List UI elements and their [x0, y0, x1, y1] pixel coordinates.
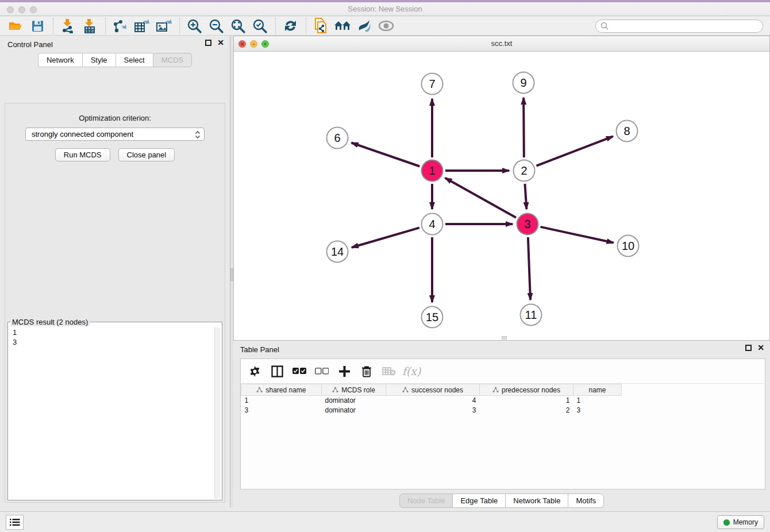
- zoom-in-button[interactable]: [186, 18, 203, 34]
- zoom-selected-button[interactable]: [251, 18, 268, 34]
- table-row[interactable]: 1dominator411: [241, 396, 622, 406]
- table-cell[interactable]: 4: [386, 396, 480, 406]
- float-panel-icon[interactable]: [205, 40, 211, 46]
- zoom-fit-icon: [231, 19, 245, 33]
- table-cell[interactable]: 1: [480, 396, 573, 406]
- import-table-button[interactable]: [81, 18, 98, 34]
- export-network-button[interactable]: [111, 18, 129, 34]
- optimization-criterion-select[interactable]: strongly connected component: [25, 128, 205, 141]
- graph-node-14[interactable]: 14: [326, 241, 349, 263]
- table-row[interactable]: 3dominator323: [241, 406, 622, 415]
- column-header-shared-name[interactable]: shared name: [241, 384, 322, 396]
- delete-table-icon: [382, 367, 396, 376]
- edge-3-to-11[interactable]: [528, 237, 530, 300]
- tab-select[interactable]: Select: [116, 53, 153, 67]
- create-column-button[interactable]: [336, 363, 352, 379]
- edge-3-to-1[interactable]: [445, 178, 516, 218]
- column-header-mcds-role[interactable]: MCDS role: [322, 384, 386, 396]
- network-minimize-button[interactable]: −: [250, 40, 257, 48]
- edge-2-to-3[interactable]: [525, 184, 526, 209]
- graph-node-7[interactable]: 7: [421, 73, 444, 95]
- tab-node-table[interactable]: Node Table: [399, 494, 453, 508]
- tab-style[interactable]: Style: [83, 53, 116, 67]
- network-canvas[interactable]: 7968124314101511: [234, 52, 769, 336]
- show-panels-button[interactable]: [6, 515, 24, 530]
- tab-edge-table[interactable]: Edge Table: [453, 494, 506, 508]
- home-button[interactable]: [334, 18, 351, 34]
- search-input[interactable]: [609, 22, 758, 30]
- table-options-button[interactable]: [247, 363, 263, 379]
- graph-node-4[interactable]: 4: [421, 213, 444, 236]
- search-field[interactable]: [595, 20, 763, 33]
- edge-4-to-14[interactable]: [352, 228, 419, 247]
- edge-1-to-6[interactable]: [352, 142, 420, 166]
- table-cell[interactable]: 3: [241, 406, 322, 415]
- style-brush-button[interactable]: [356, 18, 373, 34]
- graph-node-6[interactable]: 6: [326, 127, 349, 149]
- close-table-panel-icon[interactable]: ✕: [757, 345, 764, 351]
- table-cell[interactable]: dominator: [322, 406, 386, 415]
- tab-network[interactable]: Network: [38, 53, 83, 67]
- table-cell[interactable]: 2: [480, 406, 573, 415]
- table-cell[interactable]: 3: [573, 406, 622, 415]
- edge-3-to-10[interactable]: [540, 227, 613, 243]
- table-cell[interactable]: 1: [573, 396, 622, 406]
- zoom-fit-button[interactable]: [229, 18, 247, 34]
- control-panel: Control Panel ✕ Network Style Select MCD…: [0, 36, 230, 507]
- graph-node-9[interactable]: 9: [513, 72, 535, 94]
- tab-motifs[interactable]: Motifs: [568, 494, 604, 508]
- graph-node-1[interactable]: 1: [421, 160, 444, 182]
- mcds-result-list[interactable]: 13: [9, 327, 221, 499]
- duplicate-network-button[interactable]: [312, 18, 329, 34]
- export-table-button[interactable]: [133, 18, 151, 34]
- apply-layout-button[interactable]: [282, 18, 299, 34]
- edge-2-to-9[interactable]: [523, 98, 524, 157]
- network-close-button[interactable]: ✕: [238, 40, 246, 48]
- toolbar-separator: [306, 18, 306, 34]
- columns-icon: [271, 365, 283, 377]
- fx-icon: f(x): [402, 365, 421, 377]
- unchecked-boxes-icon: [315, 368, 329, 375]
- horizontal-splitter-handle[interactable]: [502, 336, 507, 340]
- float-table-panel-icon[interactable]: [745, 345, 752, 351]
- graph-node-2[interactable]: 2: [513, 160, 536, 182]
- column-header-successor-nodes[interactable]: successor nodes: [386, 384, 480, 396]
- column-header-predecessor-nodes[interactable]: predecessor nodes: [480, 384, 573, 396]
- table-cell[interactable]: 3: [386, 406, 480, 415]
- zoom-out-button[interactable]: [207, 18, 225, 34]
- show-hide-button[interactable]: [378, 18, 395, 34]
- tab-network-table[interactable]: Network Table: [506, 494, 568, 508]
- close-panel-button[interactable]: Close panel: [118, 148, 175, 161]
- import-network-icon: [61, 18, 75, 33]
- table-panel: Table Panel ✕: [233, 341, 770, 511]
- table-cell[interactable]: dominator: [322, 396, 386, 406]
- export-table-icon: [134, 18, 150, 33]
- toolbar-separator: [275, 18, 276, 34]
- delete-column-button[interactable]: [359, 363, 375, 379]
- memory-button[interactable]: Memory: [717, 515, 764, 529]
- network-window-controls[interactable]: ✕ − +: [238, 40, 269, 48]
- close-panel-icon[interactable]: ✕: [217, 40, 224, 46]
- edge-2-to-8[interactable]: [536, 136, 613, 165]
- mcds-result-scrollbar[interactable]: [214, 327, 221, 499]
- graph-node-3[interactable]: 3: [517, 213, 539, 236]
- table-cell[interactable]: 1: [241, 396, 322, 406]
- column-header-name[interactable]: name: [573, 384, 622, 396]
- deselect-all-columns-button[interactable]: [314, 363, 330, 379]
- run-mcds-button[interactable]: Run MCDS: [55, 148, 110, 161]
- export-image-button[interactable]: [155, 18, 172, 34]
- open-session-button[interactable]: [7, 18, 24, 34]
- select-all-columns-button[interactable]: [291, 363, 307, 379]
- column-selector-button[interactable]: [269, 363, 285, 379]
- tab-mcds[interactable]: MCDS: [153, 53, 192, 67]
- graph-node-11[interactable]: 11: [520, 304, 542, 326]
- optimization-criterion-label: Optimization criterion:: [5, 114, 225, 122]
- save-session-button[interactable]: [29, 18, 46, 34]
- import-network-button[interactable]: [59, 18, 76, 34]
- export-image-icon: [156, 18, 172, 33]
- graph-node-15[interactable]: 15: [421, 306, 444, 329]
- graph-node-8[interactable]: 8: [616, 120, 638, 142]
- trash-icon: [361, 365, 372, 377]
- network-zoom-button[interactable]: +: [261, 40, 269, 48]
- graph-node-10[interactable]: 10: [617, 235, 640, 257]
